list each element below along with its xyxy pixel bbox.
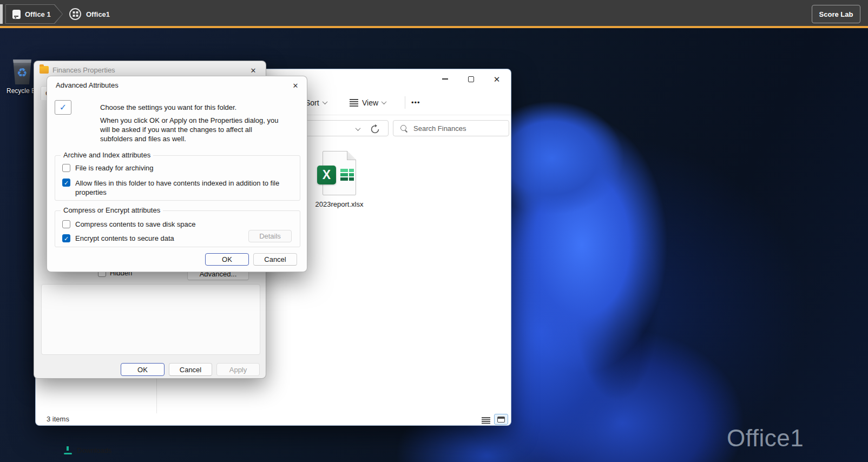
properties-title: Finances Properties [52, 66, 115, 74]
computer-icon [12, 10, 21, 19]
properties-cancel-button[interactable]: Cancel [169, 363, 212, 376]
large-icons-view-button[interactable] [494, 414, 508, 425]
checkbox-illustration-icon: ✓ [55, 100, 71, 115]
score-lab-button[interactable]: Score Lab [812, 5, 860, 23]
file-2023report[interactable]: X 2023report.xlsx [309, 151, 370, 208]
properties-close-button[interactable]: ✕ [247, 64, 259, 76]
more-options-button[interactable]: ••• [411, 90, 420, 115]
recycle-icon: ♻ [17, 67, 28, 79]
search-icon [400, 125, 407, 132]
search-placeholder: Search Finances [413, 124, 466, 133]
spreadsheet-cells-icon [340, 169, 354, 181]
large-icons-view-icon [497, 417, 505, 423]
search-input[interactable]: Search Finances [393, 120, 509, 136]
sort-button[interactable]: Sort [305, 90, 327, 115]
view-icon [350, 99, 358, 100]
minimize-icon [442, 78, 448, 80]
details-button[interactable]: Details [248, 230, 292, 242]
encrypt-label: Encrypt contents to secure data [75, 234, 174, 242]
app-breadcrumb[interactable]: Office1 [69, 4, 110, 24]
details-view-button[interactable] [482, 417, 490, 418]
properties-ok-button[interactable]: OK [121, 363, 165, 376]
explorer-status-bar: 3 items [36, 413, 511, 425]
dialog-header-text: Choose the settings you want for this fo… [100, 103, 236, 111]
advanced-attributes-dialog: Advanced Attributes ✕ ✓ Choose the setti… [47, 76, 307, 272]
tab-label: Office 1 [25, 10, 51, 18]
properties-group-box [41, 284, 260, 355]
compress-label: Compress contents to save disk space [75, 220, 196, 228]
minimize-button[interactable] [437, 71, 452, 87]
archive-index-legend: Archive and Index attributes [61, 151, 153, 159]
refresh-icon [370, 124, 380, 135]
close-icon: ✕ [494, 75, 501, 83]
toolbar-divider [405, 96, 405, 109]
archiving-label: File is ready for archiving [75, 164, 154, 172]
chevron-down-icon [382, 99, 387, 104]
page-fold [347, 151, 356, 160]
app-label: Office1 [86, 10, 110, 18]
file-name-label: 2023report.xlsx [309, 200, 370, 208]
maximize-icon [468, 76, 474, 82]
compress-encrypt-legend: Compress or Encrypt attributes [61, 206, 163, 214]
excel-x-badge: X [317, 166, 336, 184]
compress-checkbox[interactable] [62, 220, 70, 228]
desktop-watermark: Office1 [727, 425, 804, 452]
encrypt-checkbox[interactable] [62, 234, 70, 242]
tab-edge-sliver [0, 4, 3, 24]
maximize-button[interactable] [463, 71, 478, 87]
excel-file-icon: X [323, 151, 356, 195]
items-count: 3 items [47, 415, 69, 423]
downloads-icon [64, 446, 72, 454]
advanced-attributes-title: Advanced Attributes [56, 81, 119, 89]
refresh-button[interactable] [370, 124, 380, 135]
windows-logo-icon [69, 8, 81, 20]
screen: Office1 ♻ Recycle Bin Office 1 Office1 S… [0, 0, 868, 462]
recycle-bin-icon: ♻ [12, 60, 32, 84]
properties-apply-button[interactable]: Apply [216, 363, 260, 376]
advanced-cancel-button[interactable]: Cancel [253, 253, 297, 266]
folder-icon [40, 66, 49, 74]
advanced-ok-button[interactable]: OK [205, 253, 249, 266]
advanced-attributes-close-button[interactable]: ✕ [290, 80, 301, 91]
view-button[interactable]: View [350, 90, 386, 115]
chevron-down-icon [322, 99, 327, 104]
close-button[interactable]: ✕ [489, 71, 504, 87]
chevron-down-icon[interactable] [356, 126, 361, 131]
dialog-description: When you click OK or Apply on the Proper… [100, 116, 281, 143]
top-bar: Office 1 Office1 Score Lab [0, 0, 868, 28]
archiving-checkbox[interactable] [62, 164, 70, 172]
indexing-checkbox[interactable] [62, 179, 70, 187]
sidebar-item-downloads[interactable]: Downloads [64, 446, 111, 454]
sidebar-item-label: Downloads [77, 446, 111, 454]
view-label: View [362, 98, 378, 107]
indexing-label: Allow files in this folder to have conte… [75, 179, 287, 197]
tab-office-1[interactable]: Office 1 [5, 4, 63, 24]
